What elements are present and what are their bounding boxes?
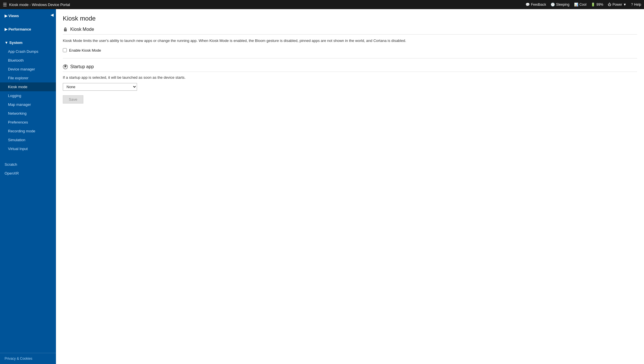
content-area: Kiosk mode Kiosk Mode Kiosk Mode limits …	[56, 9, 644, 364]
sidebar-item-virtual-input[interactable]: Virtual Input	[0, 144, 56, 153]
feedback-label: Feedback	[531, 3, 546, 7]
power-label: Power ▼	[612, 3, 626, 7]
sidebar-collapse-button[interactable]: ◀	[48, 11, 56, 18]
startup-app-select[interactable]: None	[63, 83, 137, 91]
sidebar-item-scratch[interactable]: Scratch	[0, 160, 56, 169]
battery-label: 99%	[596, 3, 603, 7]
temp-button[interactable]: 📊 Cool	[574, 3, 587, 7]
sidebar-item-simulation[interactable]: Simulation	[0, 136, 56, 144]
startup-icon	[63, 64, 68, 69]
hamburger-icon[interactable]: ☰	[3, 2, 7, 7]
startup-app-description: If a startup app is selected, it will be…	[63, 75, 637, 80]
enable-kiosk-mode-checkbox[interactable]	[63, 48, 67, 52]
help-icon: ?	[631, 3, 633, 7]
page-title: Kiosk mode	[63, 15, 637, 22]
sidebar-header-performance[interactable]: ▶ Performance	[0, 25, 56, 34]
battery-button[interactable]: 🔋 99%	[591, 3, 603, 7]
sidebar-section-performance: ▶ Performance	[0, 23, 56, 36]
sidebar-section-views: ▶ Views	[0, 9, 56, 23]
sidebar-item-preferences[interactable]: Preferences	[0, 118, 56, 127]
sidebar-item-bluetooth[interactable]: Bluetooth	[0, 56, 56, 65]
sidebar-item-file-explorer[interactable]: File explorer	[0, 74, 56, 82]
startup-app-section: Startup app If a startup app is selected…	[63, 64, 637, 104]
sidebar-item-recording-mode[interactable]: Recording mode	[0, 127, 56, 136]
enable-kiosk-mode-label[interactable]: Enable Kiosk Mode	[69, 48, 101, 52]
sidebar-item-app-crash-dumps[interactable]: App Crash Dumps	[0, 47, 56, 56]
sleeping-button[interactable]: 🕐 Sleeping	[551, 3, 569, 7]
sidebar-item-kiosk-mode[interactable]: Kiosk mode	[0, 82, 56, 91]
kiosk-mode-section-title: Kiosk Mode	[70, 27, 94, 32]
sidebar-header-views[interactable]: ▶ Views	[0, 11, 56, 20]
lock-icon	[63, 27, 68, 32]
save-button[interactable]: Save	[63, 95, 83, 104]
sidebar-section-system: ▼ System App Crash Dumps Bluetooth Devic…	[0, 36, 56, 155]
divider	[63, 58, 637, 58]
power-icon: ⏻	[608, 3, 611, 7]
temp-icon: 📊	[574, 3, 578, 7]
kiosk-mode-section-header: Kiosk Mode	[63, 27, 637, 35]
sleep-icon: 🕐	[551, 3, 555, 7]
feedback-button[interactable]: 💬 Feedback	[526, 3, 546, 7]
sidebar: ◀ ▶ Views ▶ Performance ▼ System App Cra…	[0, 9, 56, 364]
help-button[interactable]: ? Help	[631, 3, 641, 7]
kiosk-mode-description: Kiosk Mode limits the user's ability to …	[63, 38, 637, 44]
sleep-label: Sleeping	[556, 3, 569, 7]
privacy-cookies-link[interactable]: Privacy & Cookies	[0, 353, 56, 364]
startup-app-section-header: Startup app	[63, 64, 637, 72]
sidebar-header-system[interactable]: ▼ System	[0, 38, 56, 47]
feedback-icon: 💬	[526, 3, 530, 7]
sidebar-item-map-manager[interactable]: Map manager	[0, 100, 56, 109]
titlebar-left: ☰ Kiosk mode - Windows Device Portal	[3, 2, 526, 7]
sidebar-item-networking[interactable]: Networking	[0, 109, 56, 118]
sidebar-item-logging[interactable]: Logging	[0, 91, 56, 100]
power-button[interactable]: ⏻ Power ▼	[608, 3, 626, 7]
titlebar-right: 💬 Feedback 🕐 Sleeping 📊 Cool 🔋 99% ⏻ Pow…	[526, 3, 641, 7]
titlebar: ☰ Kiosk mode - Windows Device Portal 💬 F…	[0, 0, 644, 9]
enable-kiosk-mode-row: Enable Kiosk Mode	[63, 48, 637, 52]
temp-label: Cool	[579, 3, 587, 7]
app-title: Kiosk mode - Windows Device Portal	[9, 3, 70, 7]
startup-app-section-title: Startup app	[70, 64, 94, 69]
sidebar-item-device-manager[interactable]: Device manager	[0, 65, 56, 74]
main-layout: ◀ ▶ Views ▶ Performance ▼ System App Cra…	[0, 9, 644, 364]
battery-icon: 🔋	[591, 3, 595, 7]
sidebar-item-openxr[interactable]: OpenXR	[0, 169, 56, 178]
help-label: Help	[634, 3, 641, 7]
